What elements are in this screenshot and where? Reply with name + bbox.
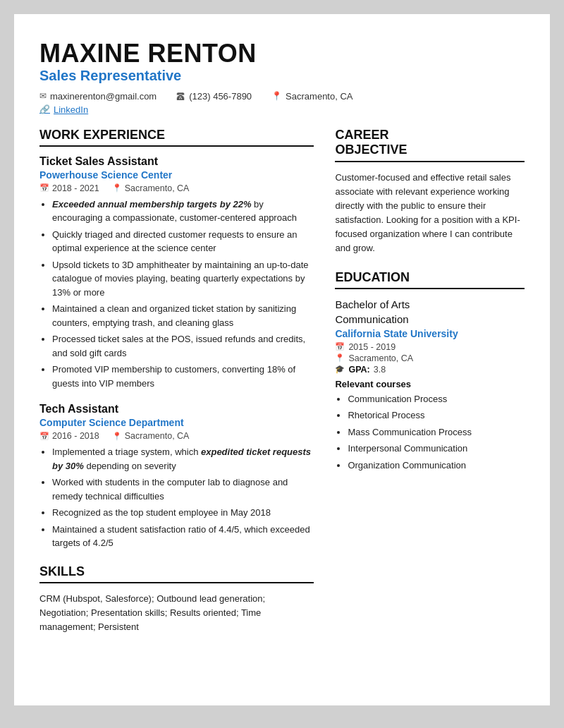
skills-section: SKILLS CRM (Hubspot, Salesforce); Outbou…: [39, 564, 314, 634]
phone-text: (123) 456-7890: [189, 91, 252, 102]
bullet-1-5: Processed ticket sales at the POS, issue…: [52, 332, 314, 360]
candidate-name: MAXINE RENTON: [39, 40, 525, 68]
contact-row: ✉ maxinerenton@gmail.com 🕿 (123) 456-789…: [39, 91, 525, 102]
education-section: EDUCATION Bachelor of Arts Communication…: [335, 270, 525, 473]
edu-years: 2015 - 2019: [348, 342, 396, 352]
relevant-courses-label: Relevant courses: [335, 379, 525, 389]
edu-years-row: 📅 2015 - 2019: [335, 342, 525, 352]
bullet-2-3: Recognized as the top student employee i…: [52, 506, 314, 520]
work-experience-section: WORK EXPERIENCE Ticket Sales Assistant P…: [39, 128, 314, 550]
email-contact: ✉ maxinerenton@gmail.com: [39, 91, 157, 102]
job-2-years: 📅 2016 - 2018: [39, 431, 99, 441]
edu-gpa-label: GPA:: [348, 365, 369, 375]
calendar-icon-1: 📅: [39, 183, 49, 193]
course-3: Mass Communication Process: [348, 425, 525, 439]
job-2: Tech Assistant Computer Science Departme…: [39, 403, 314, 550]
bullet-1-1: Exceeded annual membership targets by 22…: [52, 198, 314, 225]
main-body: WORK EXPERIENCE Ticket Sales Assistant P…: [39, 128, 525, 680]
course-5: Organization Communication: [348, 459, 525, 473]
email-icon: ✉: [39, 91, 47, 101]
job-1-company: Powerhouse Science Center: [39, 169, 314, 181]
linkedin-link[interactable]: 🔗 LinkedIn: [39, 104, 525, 115]
edu-graduation-icon: 🎓: [335, 365, 345, 374]
edu-pin-icon: 📍: [335, 353, 345, 363]
bullet-2-2: Worked with students in the computer lab…: [52, 475, 314, 503]
location-text: Sacramento, CA: [286, 91, 352, 102]
calendar-icon-2: 📅: [39, 432, 49, 441]
course-2: Rhetorical Process: [348, 408, 525, 423]
bullet-1-2: Quickly triaged and directed customer re…: [52, 228, 314, 255]
left-column: WORK EXPERIENCE Ticket Sales Assistant P…: [39, 128, 314, 680]
header-section: MAXINE RENTON Sales Representative ✉ max…: [39, 40, 525, 115]
linkedin-label: LinkedIn: [54, 104, 88, 115]
job-2-meta: 📅 2016 - 2018 📍 Sacramento, CA: [39, 431, 314, 441]
skills-title: SKILLS: [39, 564, 314, 583]
pin-icon-2: 📍: [112, 432, 122, 441]
work-experience-title: WORK EXPERIENCE: [39, 128, 314, 147]
job-1-title: Ticket Sales Assistant: [39, 155, 314, 168]
courses-list: Communication Process Rhetorical Process…: [335, 392, 525, 473]
course-1: Communication Process: [348, 392, 525, 406]
job-1-location: 📍 Sacramento, CA: [112, 183, 190, 193]
phone-contact: 🕿 (123) 456-7890: [176, 91, 252, 102]
location-contact: 📍 Sacramento, CA: [271, 91, 352, 102]
edu-location-row: 📍 Sacramento, CA: [335, 353, 525, 363]
right-column: CAREEROBJECTIVE Customer-focused and eff…: [335, 128, 525, 680]
linkedin-icon: 🔗: [39, 104, 50, 114]
job-1-meta: 📅 2018 - 2021 📍 Sacramento, CA: [39, 183, 314, 193]
edu-gpa: 3.8: [374, 365, 386, 375]
job-2-bullets: Implemented a triage system, which exped…: [39, 445, 314, 550]
job-1: Ticket Sales Assistant Powerhouse Scienc…: [39, 155, 314, 391]
education-title: EDUCATION: [335, 270, 525, 289]
location-icon: 📍: [271, 91, 282, 101]
job-2-company: Computer Science Department: [39, 417, 314, 428]
edu-calendar-icon: 📅: [335, 342, 345, 351]
skills-text: CRM (Hubspot, Salesforce); Outbound lead…: [39, 592, 314, 634]
job-2-title: Tech Assistant: [39, 403, 314, 415]
bullet-1-6: Promoted VIP membership to customers, co…: [52, 363, 314, 390]
candidate-title: Sales Representative: [39, 68, 525, 84]
edu-meta: 📅 2015 - 2019 📍 Sacramento, CA 🎓 GPA: 3.…: [335, 342, 525, 375]
bullet-1-4: Maintained a clean and organized ticket …: [52, 302, 314, 329]
resume-document: MAXINE RENTON Sales Representative ✉ max…: [14, 14, 550, 705]
job-2-location: 📍 Sacramento, CA: [112, 431, 190, 441]
edu-gpa-row: 🎓 GPA: 3.8: [335, 365, 525, 375]
career-objective-section: CAREEROBJECTIVE Customer-focused and eff…: [335, 128, 525, 256]
bullet-2-4: Maintained a student satisfaction ratio …: [52, 523, 314, 550]
edu-location: Sacramento, CA: [348, 353, 413, 363]
pin-icon-1: 📍: [112, 183, 122, 193]
job-1-years: 📅 2018 - 2021: [39, 183, 99, 193]
career-objective-text: Customer-focused and effective retail sa…: [335, 171, 525, 256]
career-objective-title: CAREEROBJECTIVE: [335, 128, 525, 162]
course-4: Interpersonal Communication: [348, 442, 525, 456]
email-text: maxinerenton@gmail.com: [50, 91, 157, 102]
edu-school: California State University: [335, 328, 525, 339]
bullet-2-1: Implemented a triage system, which exped…: [52, 445, 314, 473]
linkedin-row: 🔗 LinkedIn: [39, 104, 525, 115]
degree-line2: Communication: [335, 313, 525, 327]
degree-line1: Bachelor of Arts: [335, 298, 525, 312]
job-1-bullets: Exceeded annual membership targets by 22…: [39, 198, 314, 391]
bullet-1-3: Upsold tickets to 3D amphitheater by mai…: [52, 258, 314, 300]
phone-icon: 🕿: [176, 91, 185, 102]
